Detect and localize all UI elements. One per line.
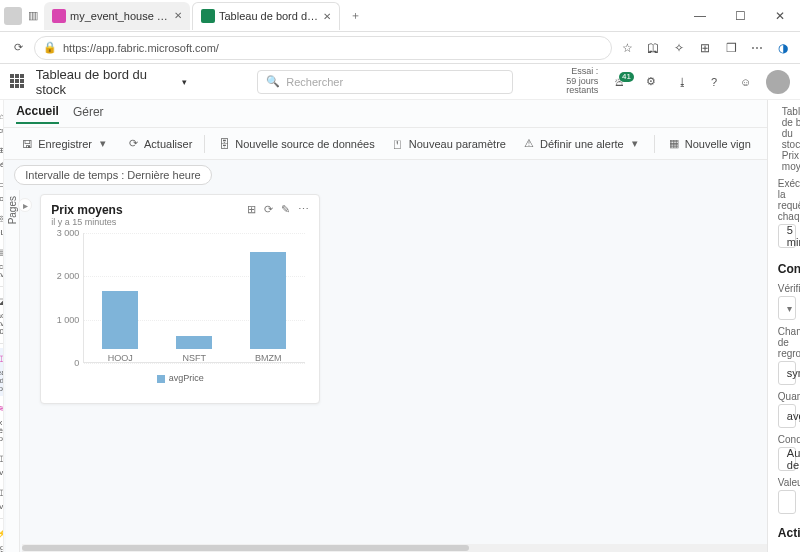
x-label: HOOJ xyxy=(108,353,133,363)
close-icon[interactable]: ✕ xyxy=(174,10,182,21)
panel-breadcrumb: Tableau de bord du stock / Prix moyens xyxy=(778,106,790,172)
profile-icon[interactable] xyxy=(4,7,22,25)
toolbar: 🖫Enregistrer▾ ⟳Actualiser 🗄Nouvelle sour… xyxy=(4,128,767,160)
browser-titlebar: ▥ my_event_house – Intelligence e… ✕ Tab… xyxy=(0,0,800,32)
browser-tab-2[interactable]: Tableau de bord du stock - Inte… ✕ xyxy=(192,2,340,30)
notifications-icon[interactable]: 🛎41 xyxy=(608,76,630,88)
workspace-dropdown[interactable]: Tableau de bord du stock ▾ xyxy=(36,67,188,97)
condition-select[interactable]: Augmentée de▾ xyxy=(778,447,796,471)
browser-tab-1[interactable]: my_event_house – Intelligence e… ✕ xyxy=(44,2,190,30)
settings-icon[interactable]: ⚙ xyxy=(640,75,662,88)
value-input[interactable] xyxy=(778,490,796,514)
search-input[interactable]: 🔍 Rechercher xyxy=(257,70,513,94)
action-email-radio[interactable]: ✉ Envoyez-moi un e-mail xyxy=(778,546,790,552)
action-heading: Action xyxy=(778,526,800,540)
tile-title: Prix moyens xyxy=(51,203,247,217)
collections-icon[interactable]: ⊞ xyxy=(696,39,714,57)
help-icon[interactable]: ? xyxy=(703,76,725,88)
nav-refresh-button[interactable]: ⟳ xyxy=(8,41,28,54)
verification-select[interactable]: Sur chaque événement regroupé par▾ xyxy=(778,296,796,320)
feedback-icon[interactable]: ☺ xyxy=(735,76,757,88)
user-avatar[interactable] xyxy=(766,70,790,94)
page-tabs: Accueil Gérer xyxy=(4,100,767,128)
browser-tab-2-label: Tableau de bord du stock - Inte… xyxy=(219,10,319,22)
alert-panel: Tableau de bord du stock / Prix moyens E… xyxy=(767,100,800,552)
condition-heading: Condition xyxy=(778,262,800,276)
bar-HOOJ[interactable]: HOOJ xyxy=(98,291,142,364)
tile-icon: ▦ xyxy=(667,137,681,151)
window-minimize-button[interactable]: — xyxy=(680,9,720,23)
refresh-tile-icon[interactable]: ⟳ xyxy=(264,203,273,216)
value-label: Valeur xyxy=(778,477,790,488)
copilot-icon[interactable]: ◑ xyxy=(774,39,792,57)
pages-label: Pages xyxy=(7,196,18,224)
bar xyxy=(176,336,212,349)
save-icon: 🖫 xyxy=(20,137,34,151)
chart-legend: avgPrice xyxy=(51,373,309,383)
window-maximize-button[interactable]: ☐ xyxy=(720,9,760,23)
main-area: Accueil Gérer 🖫Enregistrer▾ ⟳Actualiser … xyxy=(4,100,767,552)
pages-rail[interactable]: Pages xyxy=(6,190,20,552)
edit-tile-icon[interactable]: ✎ xyxy=(281,203,290,216)
notif-badge: 41 xyxy=(619,72,634,82)
favicon-icon xyxy=(52,9,66,23)
new-datasource-button[interactable]: 🗄Nouvelle source de données xyxy=(211,133,380,155)
y-tick: 3 000 xyxy=(57,228,80,238)
refresh-icon: ⟳ xyxy=(126,137,140,151)
address-bar: ⟳ 🔒 https://app.fabric.microsoft.com/ ☆ … xyxy=(0,32,800,64)
grouping-select[interactable]: symbole▾ xyxy=(778,361,796,385)
url-input[interactable]: 🔒 https://app.fabric.microsoft.com/ xyxy=(34,36,612,60)
workspace-name: Tableau de bord du stock xyxy=(36,67,179,97)
run-every-select[interactable]: 5 minutes▾ xyxy=(778,224,796,248)
horizontal-scrollbar[interactable] xyxy=(22,544,767,552)
verification-label: Vérification xyxy=(778,283,790,294)
search-placeholder: Rechercher xyxy=(286,76,343,88)
time-range-chip[interactable]: Intervalle de temps : Dernière heure xyxy=(14,165,211,185)
collapse-pages-icon[interactable]: ▸ xyxy=(18,198,32,212)
tab-gerer[interactable]: Gérer xyxy=(73,105,104,123)
trial-status: Essai : 59 jours restants xyxy=(533,67,598,97)
legend-swatch xyxy=(157,375,165,383)
search-icon: 🔍 xyxy=(266,75,280,88)
x-label: BMZM xyxy=(255,353,282,363)
new-parameter-button[interactable]: ⍞Nouveau paramètre xyxy=(385,133,512,155)
explore-icon[interactable]: ⊞ xyxy=(247,203,256,216)
star-icon[interactable]: ☆ xyxy=(618,39,636,57)
close-icon[interactable]: ✕ xyxy=(323,11,331,22)
favorites-icon[interactable]: ✧ xyxy=(670,39,688,57)
app-launcher-icon[interactable] xyxy=(10,74,26,90)
more-tile-icon[interactable]: ⋯ xyxy=(298,203,309,216)
bar-NSFT[interactable]: NSFT xyxy=(172,336,216,363)
when-select[interactable]: avgPrice▾ xyxy=(778,404,796,428)
new-tile-button[interactable]: ▦Nouvelle vign xyxy=(661,133,757,155)
bar xyxy=(250,252,286,350)
reader-icon[interactable]: 🕮 xyxy=(644,39,662,57)
tab-accueil[interactable]: Accueil xyxy=(16,104,59,124)
new-tab-button[interactable]: ＋ xyxy=(342,8,369,23)
lock-icon: 🔒 xyxy=(43,41,57,54)
tab-thumb-icon[interactable]: ▥ xyxy=(28,9,38,22)
bar xyxy=(102,291,138,350)
browser-tab-1-label: my_event_house – Intelligence e… xyxy=(70,10,170,22)
legend-label: avgPrice xyxy=(169,373,204,383)
refresh-button[interactable]: ⟳Actualiser xyxy=(120,133,198,155)
chart: 01 0002 0003 000 HOOJNSFTBMZM avgPrice xyxy=(51,233,309,383)
run-every-label: Exécuter la requête chaque xyxy=(778,178,790,222)
set-alert-button[interactable]: ⚠Définir une alerte▾ xyxy=(516,133,648,155)
favicon-icon xyxy=(201,9,215,23)
download-icon[interactable]: ⭳ xyxy=(672,76,694,88)
chart-tile: Prix moyens il y a 15 minutes ⊞ ⟳ ✎ ⋯ 01… xyxy=(40,194,320,404)
y-tick: 1 000 xyxy=(57,315,80,325)
condition-label: Condition xyxy=(778,434,790,445)
more-icon[interactable]: ⋯ xyxy=(748,39,766,57)
database-icon: 🗄 xyxy=(217,137,231,151)
grouping-label: Champ de regroupement xyxy=(778,326,790,359)
bar-BMZM[interactable]: BMZM xyxy=(246,252,290,364)
x-label: NSFT xyxy=(182,353,206,363)
extension-icon[interactable]: ❒ xyxy=(722,39,740,57)
tile-subtitle: il y a 15 minutes xyxy=(51,217,247,227)
save-button[interactable]: 🖫Enregistrer▾ xyxy=(14,133,116,155)
window-close-button[interactable]: ✕ xyxy=(760,9,800,23)
y-tick: 2 000 xyxy=(57,271,80,281)
app-header: Tableau de bord du stock ▾ 🔍 Rechercher … xyxy=(0,64,800,100)
